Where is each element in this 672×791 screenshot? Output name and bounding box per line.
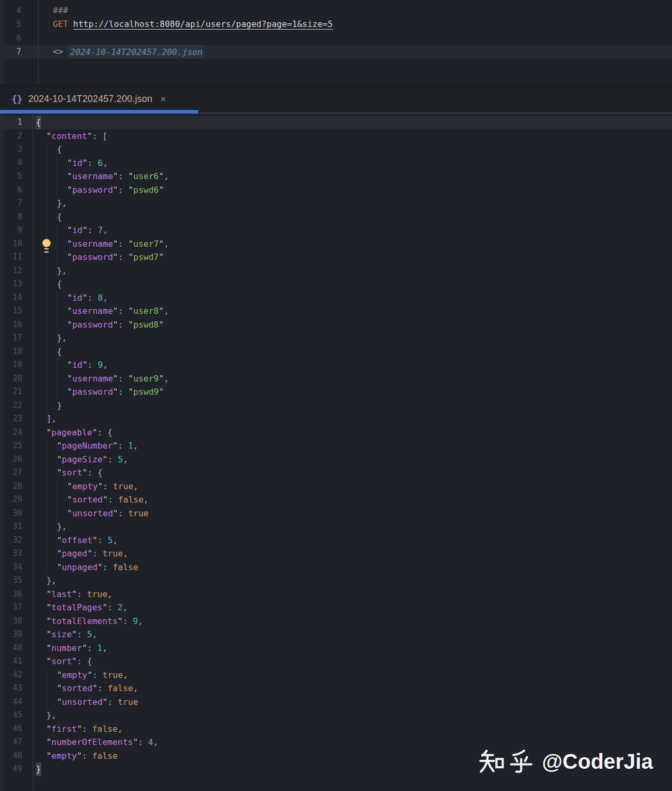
code-line-44[interactable]: 44"unsorted": true (0, 695, 672, 709)
line-number[interactable]: 32 (0, 534, 33, 547)
request-editor[interactable]: 34###5GET http://localhost:8080/api/user… (0, 0, 672, 85)
line-number[interactable]: 8 (0, 210, 33, 224)
line-number[interactable]: 2 (0, 129, 33, 143)
line-number[interactable]: 21 (0, 385, 33, 399)
line-number[interactable]: 44 (0, 695, 33, 709)
code-line-47[interactable]: 47"numberOfElements": 4, (0, 736, 672, 749)
code-line-15[interactable]: 15"username": "user8", (0, 304, 672, 318)
line-number[interactable]: 38 (0, 615, 33, 628)
line-number[interactable]: 18 (0, 345, 33, 359)
line-number[interactable]: 22 (0, 399, 33, 413)
code-line-26[interactable]: 26"pageSize": 5, (0, 453, 672, 467)
code-line-41[interactable]: 41"sort": { (0, 655, 672, 668)
code-line-40[interactable]: 40"number": 1, (0, 641, 672, 655)
code-line-45[interactable]: 45}, (0, 709, 672, 722)
line-number[interactable]: 28 (0, 480, 33, 494)
line-number[interactable]: 3 (0, 143, 33, 156)
code-line-14[interactable]: 14"id": 8, (0, 291, 672, 305)
code-line-2[interactable]: 2"content": [ (0, 129, 672, 143)
code-line-3[interactable]: 3{ (0, 143, 672, 156)
line-number[interactable]: 10 (0, 237, 33, 251)
line-number[interactable]: 41 (0, 655, 33, 668)
line-number[interactable]: 35 (0, 574, 33, 588)
code-line-6[interactable]: 6"password": "pswd6" (0, 183, 672, 197)
code-line-19[interactable]: 19"id": 9, (0, 358, 672, 372)
code-line-36[interactable]: 36"last": true, (0, 588, 672, 601)
code-line-18[interactable]: 18{ (0, 345, 672, 359)
response-file-link[interactable]: 2024-10-14T202457.200.json (68, 45, 204, 59)
line-number[interactable]: 47 (0, 736, 33, 749)
code-line-38[interactable]: 38"totalElements": 9, (0, 615, 672, 628)
code-line-4[interactable]: 4### (0, 4, 672, 17)
line-number[interactable]: 45 (0, 709, 33, 722)
code-line-20[interactable]: 20"username": "user9", (0, 372, 672, 386)
line-number[interactable]: 25 (0, 439, 33, 453)
tab-close-icon[interactable]: × (160, 94, 166, 105)
code-line-29[interactable]: 29"sorted": false, (0, 493, 672, 507)
line-number[interactable]: 6 (0, 31, 38, 45)
line-number[interactable]: 27 (0, 466, 33, 480)
code-line-34[interactable]: 34"unpaged": false (0, 561, 672, 574)
code-line-39[interactable]: 39"size": 5, (0, 628, 672, 641)
code-line-28[interactable]: 28"empty": true, (0, 480, 672, 494)
line-number[interactable]: 30 (0, 507, 33, 520)
code-line-5[interactable]: 5"username": "user6", (0, 170, 672, 183)
line-number[interactable]: 39 (0, 628, 33, 641)
line-number[interactable]: 6 (0, 183, 33, 197)
line-number[interactable]: 36 (0, 588, 33, 601)
lightbulb-icon[interactable] (42, 239, 51, 251)
line-number[interactable]: 49 (0, 762, 33, 776)
code-line-9[interactable]: 9"id": 7, (0, 224, 672, 237)
line-number[interactable]: 4 (0, 4, 38, 17)
code-line-10[interactable]: 10"username": "user7", (0, 237, 672, 251)
line-number[interactable]: 17 (0, 331, 33, 345)
code-line-30[interactable]: 30"unsorted": true (0, 507, 672, 520)
code-line-27[interactable]: 27"sort": { (0, 466, 672, 480)
line-number[interactable]: 14 (0, 291, 33, 305)
line-number[interactable]: 24 (0, 426, 33, 440)
line-number[interactable]: 31 (0, 520, 33, 534)
line-number[interactable]: 9 (0, 224, 33, 237)
line-number[interactable]: 37 (0, 601, 33, 615)
line-number[interactable]: 26 (0, 453, 33, 467)
code-line-3[interactable]: 3 (0, 0, 672, 4)
code-line-5[interactable]: 5GET http://localhost:8080/api/users/pag… (0, 17, 672, 31)
line-number[interactable]: 23 (0, 412, 33, 426)
code-line-12[interactable]: 12}, (0, 264, 672, 278)
code-line-11[interactable]: 11"password": "pswd7" (0, 250, 672, 264)
line-number[interactable]: 29 (0, 493, 33, 507)
code-line-23[interactable]: 23], (0, 412, 672, 426)
tab-response-json[interactable]: {} 2024-10-14T202457.200.json × (0, 86, 173, 113)
line-number[interactable]: 1 (0, 116, 33, 129)
line-number[interactable]: 42 (0, 668, 33, 682)
code-line-8[interactable]: 8{ (0, 210, 672, 224)
line-number[interactable]: 40 (0, 641, 33, 655)
code-line-6[interactable]: 6 (0, 31, 672, 45)
code-line-17[interactable]: 17}, (0, 331, 672, 345)
code-line-32[interactable]: 32"offset": 5, (0, 534, 672, 547)
code-line-1[interactable]: 1{ (0, 116, 672, 129)
line-number[interactable]: 20 (0, 372, 33, 386)
code-line-24[interactable]: 24"pageable": { (0, 426, 672, 440)
code-line-31[interactable]: 31}, (0, 520, 672, 534)
line-number[interactable]: 7 (0, 197, 33, 210)
line-number[interactable]: 46 (0, 722, 33, 736)
line-number[interactable]: 5 (0, 17, 38, 31)
code-line-4[interactable]: 4"id": 6, (0, 156, 672, 170)
code-line-33[interactable]: 33"paged": true, (0, 547, 672, 561)
code-line-21[interactable]: 21"password": "pswd9" (0, 385, 672, 399)
code-line-16[interactable]: 16"password": "pswd8" (0, 318, 672, 332)
code-line-13[interactable]: 13{ (0, 277, 672, 291)
line-number[interactable]: 13 (0, 277, 33, 291)
code-line-7[interactable]: 7<> 2024-10-14T202457.200.json (0, 45, 672, 59)
response-editor[interactable]: 1{2"content": [3{4"id": 6,5"username": "… (0, 114, 672, 791)
line-number[interactable]: 4 (0, 156, 33, 170)
code-line-42[interactable]: 42"empty": true, (0, 668, 672, 682)
code-line-22[interactable]: 22} (0, 399, 672, 413)
line-number[interactable]: 3 (0, 0, 38, 4)
code-line-7[interactable]: 7}, (0, 197, 672, 210)
code-line-25[interactable]: 25"pageNumber": 1, (0, 439, 672, 453)
request-url-link[interactable]: http://localhost:8080/api/users/paged?pa… (73, 17, 333, 31)
line-number[interactable]: 5 (0, 170, 33, 183)
line-number[interactable]: 43 (0, 682, 33, 695)
